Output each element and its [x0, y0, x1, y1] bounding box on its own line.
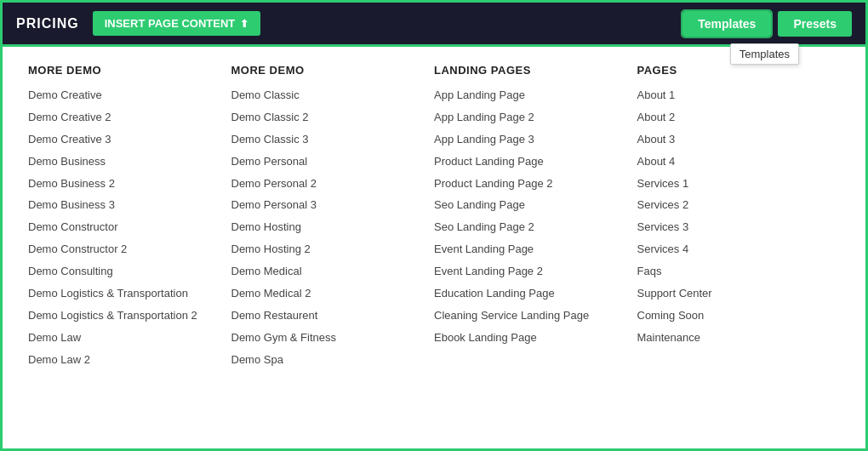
templates-tooltip: Templates [730, 43, 799, 65]
list-item[interactable]: Maintenance [637, 331, 832, 345]
list-item[interactable]: Demo Spa [231, 353, 426, 368]
column-1-header: MORE DEMO [231, 64, 426, 77]
list-item[interactable]: Demo Medical 2 [231, 287, 426, 301]
list-item[interactable]: App Landing Page [434, 88, 629, 103]
list-item[interactable]: Demo Personal 3 [231, 198, 426, 213]
list-item[interactable]: Demo Business [28, 155, 223, 169]
list-item[interactable]: About 1 [637, 88, 832, 103]
list-item[interactable]: Demo Law [28, 331, 223, 345]
list-item[interactable]: Demo Medical [231, 265, 426, 279]
list-item[interactable]: Faqs [637, 265, 832, 279]
list-item[interactable]: Event Landing Page 2 [434, 265, 629, 279]
list-item[interactable]: Demo Personal [231, 155, 426, 169]
insert-btn-label: INSERT PAGE CONTENT [105, 17, 236, 30]
list-item[interactable]: Services 1 [637, 177, 832, 191]
list-item[interactable]: Demo Creative 3 [28, 133, 223, 147]
upload-icon [240, 17, 248, 30]
list-item[interactable]: Support Center [637, 287, 832, 301]
header: PRICING INSERT PAGE CONTENT Templates Pr… [3, 3, 865, 47]
list-item[interactable]: Demo Law 2 [28, 353, 223, 368]
list-item[interactable]: Product Landing Page 2 [434, 177, 629, 191]
list-item[interactable]: Services 4 [637, 243, 832, 257]
column-3-header: PAGES [637, 64, 832, 77]
list-item[interactable]: Seo Landing Page [434, 198, 629, 213]
column-0-header: MORE DEMO [28, 64, 223, 77]
list-item[interactable]: Demo Gym & Fitness [231, 331, 426, 345]
list-item[interactable]: Demo Classic [231, 88, 426, 103]
templates-button[interactable]: Templates [682, 11, 771, 37]
list-item[interactable]: Demo Creative 2 [28, 111, 223, 125]
list-item[interactable]: Demo Logistics & Transportation [28, 287, 223, 301]
list-item[interactable]: Services 3 [637, 220, 832, 235]
list-item[interactable]: Demo Classic 3 [231, 133, 426, 147]
list-item[interactable]: About 3 [637, 133, 832, 147]
logo: PRICING [16, 16, 79, 31]
list-item[interactable]: Demo Business 3 [28, 198, 223, 213]
list-item[interactable]: Demo Logistics & Transportation 2 [28, 309, 223, 323]
list-item[interactable]: Ebook Landing Page [434, 331, 629, 345]
list-item[interactable]: Demo Consulting [28, 265, 223, 279]
list-item[interactable]: Services 2 [637, 198, 832, 213]
column-2: LANDING PAGESApp Landing PageApp Landing… [434, 64, 637, 375]
list-item[interactable]: Demo Business 2 [28, 177, 223, 191]
list-item[interactable]: Demo Creative [28, 88, 223, 103]
column-2-header: LANDING PAGES [434, 64, 629, 77]
insert-page-content-button[interactable]: INSERT PAGE CONTENT [93, 11, 261, 36]
list-item[interactable]: Demo Classic 2 [231, 111, 426, 125]
list-item[interactable]: Demo Constructor [28, 220, 223, 235]
column-0: MORE DEMODemo CreativeDemo Creative 2Dem… [28, 64, 231, 375]
header-left: PRICING INSERT PAGE CONTENT [16, 11, 260, 36]
list-item[interactable]: Cleaning Service Landing Page [434, 309, 629, 323]
list-item[interactable]: Demo Personal 2 [231, 177, 426, 191]
list-item[interactable]: App Landing Page 2 [434, 111, 629, 125]
columns-container: MORE DEMODemo CreativeDemo Creative 2Dem… [28, 64, 840, 375]
column-3: PAGESAbout 1About 2About 3About 4Service… [637, 64, 841, 375]
list-item[interactable]: Event Landing Page [434, 243, 629, 257]
list-item[interactable]: Seo Landing Page 2 [434, 220, 629, 235]
list-item[interactable]: Demo Hosting [231, 220, 426, 235]
list-item[interactable]: Product Landing Page [434, 155, 629, 169]
presets-button[interactable]: Presets [778, 11, 852, 37]
list-item[interactable]: About 2 [637, 111, 832, 125]
list-item[interactable]: Demo Hosting 2 [231, 243, 426, 257]
list-item[interactable]: Coming Soon [637, 309, 832, 323]
header-right: Templates Presets Templates [682, 11, 852, 37]
list-item[interactable]: App Landing Page 3 [434, 133, 629, 147]
list-item[interactable]: About 4 [637, 155, 832, 169]
list-item[interactable]: Demo Constructor 2 [28, 243, 223, 257]
main-content: MORE DEMODemo CreativeDemo Creative 2Dem… [3, 47, 865, 451]
list-item[interactable]: Education Landing Page [434, 287, 629, 301]
column-1: MORE DEMODemo ClassicDemo Classic 2Demo … [231, 64, 435, 375]
list-item[interactable]: Demo Restaurent [231, 309, 426, 323]
